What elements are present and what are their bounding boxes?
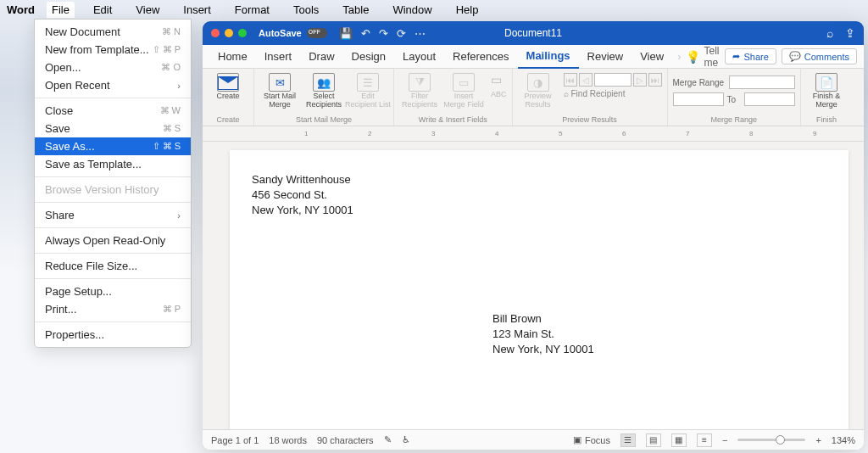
tell-me-search[interactable]: Tell me — [704, 45, 725, 69]
menu-save-as[interactable]: Save As...⇧ ⌘ S — [35, 137, 191, 155]
last-record-button: ⏭ — [648, 73, 662, 87]
find-recipient-button[interactable]: ⌕Find Recipient — [564, 89, 662, 98]
zoom-level[interactable]: 134% — [832, 435, 855, 445]
tab-design[interactable]: Design — [343, 45, 394, 69]
insert-merge-field-button: ▭Insert Merge Field — [443, 73, 484, 109]
word-count[interactable]: 18 words — [269, 435, 307, 445]
save-icon[interactable]: 💾 — [339, 27, 353, 40]
menu-insert[interactable]: Insert — [178, 2, 216, 18]
menu-open[interactable]: Open...⌘ O — [35, 59, 191, 76]
menu-view[interactable]: View — [131, 2, 164, 18]
tab-references[interactable]: References — [444, 45, 517, 69]
select-recipients-button[interactable]: 👥Select Recipients — [303, 73, 344, 109]
focus-mode-button[interactable]: ▣Focus — [573, 434, 610, 445]
menu-reduce-file-size[interactable]: Reduce File Size... — [35, 257, 191, 275]
return-address[interactable]: Sandy Writtenhouse 456 Second St. New Yo… — [252, 172, 826, 219]
print-layout-view-button[interactable]: ☰ — [620, 433, 636, 447]
mail-merge-icon: ✉︎ — [269, 73, 291, 92]
menu-page-setup[interactable]: Page Setup... — [35, 282, 191, 300]
menu-separator — [35, 98, 191, 98]
menu-window[interactable]: Window — [387, 2, 437, 18]
menu-table[interactable]: Table — [337, 2, 374, 18]
comments-button[interactable]: 💬Comments — [782, 48, 857, 64]
merge-from-input[interactable] — [673, 92, 724, 106]
recipients-icon: 👥 — [313, 73, 335, 92]
close-icon[interactable] — [211, 29, 220, 37]
filter-icon: ⧩ — [409, 73, 431, 92]
tab-review[interactable]: Review — [579, 45, 632, 69]
menu-separator — [35, 253, 191, 254]
share-titlebar-icon[interactable]: ⇪ — [845, 26, 855, 40]
menu-print[interactable]: Print...⌘ P — [35, 300, 191, 318]
comment-icon: 💬 — [789, 51, 801, 62]
document-canvas: Sandy Writtenhouse 456 Second St. New Yo… — [203, 142, 864, 429]
first-record-button: ⏮ — [564, 73, 577, 87]
tab-insert[interactable]: Insert — [256, 45, 301, 69]
abc-icon[interactable]: ABC — [491, 90, 507, 98]
share-button[interactable]: ➦Share — [725, 48, 776, 64]
menu-help[interactable]: Help — [451, 2, 484, 18]
menu-file[interactable]: File — [47, 2, 75, 18]
menu-properties[interactable]: Properties... — [35, 326, 191, 344]
undo-icon[interactable]: ↶ — [361, 27, 370, 40]
toggle-off-icon[interactable] — [307, 28, 327, 38]
menu-new-document[interactable]: New Document⌘ N — [35, 23, 191, 41]
merge-range-select[interactable] — [729, 76, 795, 89]
to-label: To — [727, 95, 737, 104]
document-page[interactable]: Sandy Writtenhouse 456 Second St. New Yo… — [230, 150, 849, 429]
recipient-address[interactable]: Bill Brown 123 Main St. New York, NY 100… — [492, 311, 594, 358]
tab-mailings[interactable]: Mailings — [518, 45, 579, 69]
page-count[interactable]: Page 1 of 1 — [211, 435, 259, 445]
minimize-icon[interactable] — [225, 29, 233, 37]
preview-icon: ◑ — [527, 73, 549, 92]
maximize-icon[interactable] — [238, 29, 247, 37]
tab-view[interactable]: View — [632, 45, 672, 69]
finish-merge-button[interactable]: 📄Finish & Merge — [806, 73, 847, 109]
start-mail-merge-button[interactable]: ✉︎Start Mail Merge — [259, 73, 300, 109]
zoom-slider[interactable] — [737, 439, 805, 441]
titlebar: AutoSave 💾 ↶ ↷ ⟳ ⋯ Document11 ⌕ ⇪ — [203, 21, 864, 45]
menu-close[interactable]: Close⌘ W — [35, 102, 191, 120]
tab-layout[interactable]: Layout — [394, 45, 444, 69]
more-icon[interactable]: ⋯ — [415, 27, 426, 40]
menu-separator — [35, 278, 191, 279]
spell-check-icon[interactable]: ✎ — [384, 434, 392, 445]
menu-save[interactable]: Save⌘ S — [35, 120, 191, 137]
create-envelopes-button[interactable]: Create — [208, 73, 248, 101]
document-title: Document11 — [504, 27, 562, 39]
highlight-fields-icon[interactable]: ▭ — [491, 73, 507, 87]
zoom-in-button[interactable]: + — [815, 435, 821, 445]
tab-home[interactable]: Home — [209, 45, 256, 69]
menu-separator — [35, 227, 191, 228]
word-window: AutoSave 💾 ↶ ↷ ⟳ ⋯ Document11 ⌕ ⇪ Home I… — [203, 21, 864, 450]
accessibility-icon[interactable]: ♿︎ — [402, 434, 410, 445]
menu-save-as-template[interactable]: Save as Template... — [35, 155, 191, 173]
menu-new-from-template[interactable]: New from Template...⇧ ⌘ P — [35, 41, 191, 59]
redo-icon[interactable]: ↷ — [379, 27, 388, 40]
sync-icon[interactable]: ⟳ — [397, 27, 406, 40]
outline-view-button[interactable]: ≡ — [697, 433, 712, 447]
merge-to-input[interactable] — [744, 92, 795, 106]
menu-tools[interactable]: Tools — [288, 2, 324, 18]
read-view-button[interactable]: ▤ — [646, 433, 661, 447]
menu-read-only[interactable]: Always Open Read-Only — [35, 232, 191, 249]
group-finish: 📄Finish & Merge Finish — [801, 69, 852, 126]
group-merge-range: Merge Range To Merge Range — [668, 69, 802, 126]
bulb-icon: 💡 — [686, 50, 700, 64]
menu-format[interactable]: Format — [230, 2, 275, 18]
char-count[interactable]: 90 characters — [317, 435, 374, 445]
ruler[interactable]: 1 2 3 4 5 6 7 8 9 — [203, 126, 864, 142]
group-write-insert: ⧩Filter Recipients ▭Insert Merge Field ▭… — [394, 69, 513, 126]
menu-open-recent[interactable]: Open Recent› — [35, 76, 191, 94]
record-number-input[interactable] — [594, 73, 632, 87]
web-view-button[interactable]: ▦ — [671, 433, 687, 447]
tab-draw[interactable]: Draw — [300, 45, 342, 69]
group-preview-results: ◑Preview Results ⏮ ◁ ▷ ⏭ ⌕Find Recipient… — [513, 69, 668, 126]
zoom-out-button[interactable]: − — [722, 435, 727, 445]
menu-edit[interactable]: Edit — [88, 2, 117, 18]
menu-separator — [35, 176, 191, 177]
search-icon[interactable]: ⌕ — [826, 26, 833, 40]
autosave-toggle[interactable]: AutoSave — [259, 28, 327, 38]
filter-recipients-button: ⧩Filter Recipients — [399, 73, 440, 109]
menu-share[interactable]: Share› — [35, 206, 191, 224]
